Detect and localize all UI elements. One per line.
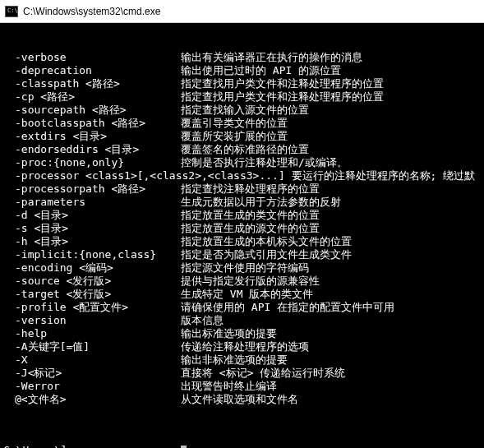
option-desc: 指定放置生成的本机标头文件的位置	[181, 235, 352, 248]
option-desc: 输出有关编译器正在执行的操作的消息	[181, 51, 362, 64]
option-flag: -verbose	[3, 51, 181, 64]
option-desc: 提供与指定发行版的源兼容性	[181, 275, 320, 288]
option-desc: 指定查找输入源文件的位置	[181, 104, 309, 117]
option-flag: -target <发行版>	[3, 288, 181, 301]
option-line: -X输出非标准选项的提要	[3, 353, 484, 367]
option-flag: -A关键字[=值]	[3, 340, 181, 353]
option-line: -bootclasspath <路径>覆盖引导类文件的位置	[3, 117, 484, 130]
option-desc: 覆盖签名的标准路径的位置	[181, 143, 309, 156]
option-flag: -proc:{none,only}	[3, 156, 181, 169]
option-line: -help输出标准选项的提要	[3, 327, 484, 340]
option-desc: 覆盖所安装扩展的位置	[181, 130, 288, 143]
option-line: -extdirs <目录>覆盖所安装扩展的位置	[3, 130, 484, 143]
option-line: -A关键字[=值]传递给注释处理程序的选项	[3, 340, 484, 353]
cmd-icon-text: C:\	[7, 8, 18, 14]
option-desc: 从文件读取选项和文件名	[181, 393, 298, 406]
option-flag: -parameters	[3, 196, 181, 209]
option-flag: -X	[3, 353, 181, 367]
option-line: -sourcepath <路径>指定查找输入源文件的位置	[3, 104, 484, 117]
option-line: -classpath <路径>指定查找用户类文件和注释处理程序的位置	[3, 77, 484, 90]
option-flag: -h <目录>	[3, 235, 181, 248]
option-line: -source <发行版>提供与指定发行版的源兼容性	[3, 275, 484, 288]
option-line: -profile <配置文件>请确保使用的 API 在指定的配置文件中可用	[3, 301, 484, 314]
option-flag: -s <目录>	[3, 222, 181, 235]
option-line: -processor <class1>[,<class2>,<class3>..…	[3, 169, 484, 182]
window-title: C:\Windows\system32\cmd.exe	[23, 6, 160, 17]
option-desc: 指定放置生成的类文件的位置	[181, 209, 320, 222]
terminal-output: -verbose输出有关编译器正在执行的操作的消息-deprecation输出使…	[0, 23, 484, 448]
option-flag: -source <发行版>	[3, 275, 181, 288]
option-flag: -help	[3, 327, 181, 340]
option-line: -processorpath <路径>指定查找注释处理程序的位置	[3, 182, 484, 196]
option-line: -deprecation输出使用已过时的 API 的源位置	[3, 64, 484, 77]
option-flag: -processor <class1>[,<class2>,<class3>..…	[3, 169, 475, 182]
option-flag: -deprecation	[3, 64, 181, 77]
option-line: -cp <路径>指定查找用户类文件和注释处理程序的位置	[3, 90, 484, 104]
option-line: -d <目录>指定放置生成的类文件的位置	[3, 209, 484, 222]
option-flag: -Werror	[3, 380, 181, 393]
option-desc: 覆盖引导类文件的位置	[181, 117, 288, 130]
option-line: -verbose输出有关编译器正在执行的操作的消息	[3, 51, 484, 64]
option-flag: -classpath <路径>	[3, 77, 181, 90]
option-line: -J<标记>直接将 <标记> 传递给运行时系统	[3, 367, 484, 380]
option-flag: -encoding <编码>	[3, 261, 181, 275]
option-line: -endorseddirs <目录>覆盖签名的标准路径的位置	[3, 143, 484, 156]
option-desc: 生成元数据以用于方法参数的反射	[181, 196, 341, 209]
option-flag: -sourcepath <路径>	[3, 104, 181, 117]
option-desc: 直接将 <标记> 传递给运行时系统	[181, 367, 345, 380]
option-flag: -processorpath <路径>	[3, 182, 181, 196]
option-line: @<文件名>从文件读取选项和文件名	[3, 393, 484, 406]
option-line: -encoding <编码>指定源文件使用的字符编码	[3, 261, 484, 275]
option-flag: -J<标记>	[3, 367, 181, 380]
option-desc: 输出使用已过时的 API 的源位置	[181, 64, 341, 77]
option-flag: -cp <路径>	[3, 90, 181, 104]
option-line: -h <目录>指定放置生成的本机标头文件的位置	[3, 235, 484, 248]
option-line: -target <发行版>生成特定 VM 版本的类文件	[3, 288, 484, 301]
cmd-icon: C:\	[5, 6, 18, 17]
option-flag: -endorseddirs <目录>	[3, 143, 181, 156]
option-desc: 控制是否执行注释处理和/或编译。	[181, 156, 348, 169]
option-line: -Werror出现警告时终止编译	[3, 380, 484, 393]
option-flag: -version	[3, 314, 181, 327]
option-desc: 指定是否为隐式引用文件生成类文件	[181, 248, 352, 261]
option-desc: 传递给注释处理程序的选项	[181, 340, 309, 353]
option-line: -implicit:{none,class}指定是否为隐式引用文件生成类文件	[3, 248, 484, 261]
option-flag: -implicit:{none,class}	[3, 248, 181, 261]
prompt-line[interactable]: C:\Users\lenovo>	[3, 444, 484, 448]
option-line: -s <目录>指定放置生成的源文件的位置	[3, 222, 484, 235]
window-titlebar[interactable]: C:\ C:\Windows\system32\cmd.exe	[0, 0, 484, 23]
option-flag: @<文件名>	[3, 393, 181, 406]
option-desc: 指定查找用户类文件和注释处理程序的位置	[181, 77, 384, 90]
prompt-text: C:\Users\lenovo>	[3, 444, 181, 448]
option-flag: -d <目录>	[3, 209, 181, 222]
option-flag: -bootclasspath <路径>	[3, 117, 181, 130]
option-line: -version版本信息	[3, 314, 484, 327]
option-desc: 指定源文件使用的字符编码	[181, 261, 309, 275]
option-flag: -profile <配置文件>	[3, 301, 181, 314]
option-desc: 出现警告时终止编译	[181, 380, 277, 393]
option-desc: 指定查找用户类文件和注释处理程序的位置	[181, 90, 384, 104]
options-list: -verbose输出有关编译器正在执行的操作的消息-deprecation输出使…	[3, 51, 484, 406]
option-desc: 版本信息	[181, 314, 224, 327]
option-line: -parameters生成元数据以用于方法参数的反射	[3, 196, 484, 209]
option-line: -proc:{none,only}控制是否执行注释处理和/或编译。	[3, 156, 484, 169]
option-flag: -extdirs <目录>	[3, 130, 181, 143]
option-desc: 请确保使用的 API 在指定的配置文件中可用	[181, 301, 394, 314]
option-desc: 输出非标准选项的提要	[181, 353, 288, 367]
option-desc: 输出标准选项的提要	[181, 327, 277, 340]
option-desc: 生成特定 VM 版本的类文件	[181, 288, 313, 301]
option-desc: 指定查找注释处理程序的位置	[181, 182, 320, 196]
option-desc: 指定放置生成的源文件的位置	[181, 222, 320, 235]
